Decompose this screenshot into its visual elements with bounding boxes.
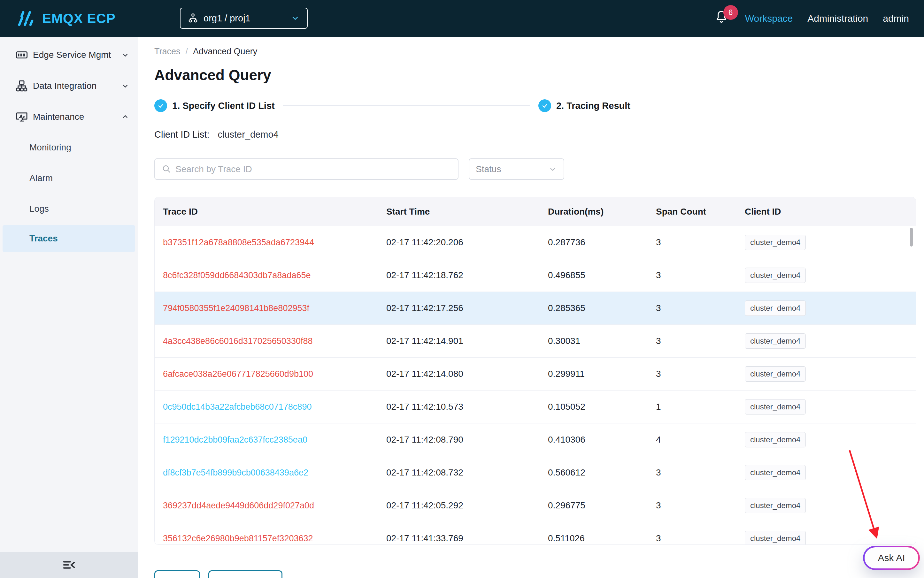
bottom-button-right[interactable]: [208, 570, 283, 578]
client-id-tag: cluster_demo4: [745, 300, 806, 316]
trace-id-cell: 356132c6e26980b9eb81157ef3203632: [155, 533, 378, 544]
sidebar-item-maintenance[interactable]: Maintenance: [0, 101, 138, 132]
chevron-down-icon: [290, 13, 300, 23]
collapse-menu-icon: [62, 558, 76, 572]
page-title: Advanced Query: [155, 67, 271, 84]
status-select[interactable]: Status: [469, 158, 564, 180]
table-body: b37351f12a678a8808e535ada6723944 02-17 1…: [155, 226, 916, 545]
client-id-tag: cluster_demo4: [745, 235, 806, 250]
client-id-tag: cluster_demo4: [745, 366, 806, 382]
chevron-down-icon: [548, 165, 557, 174]
table-row[interactable]: 6afcace038a26e067717825660d9b100 02-17 1…: [155, 357, 916, 390]
sidebar-item-data-integration[interactable]: Data Integration: [0, 70, 138, 101]
start-time-cell: 02-17 11:42:05.292: [378, 500, 540, 511]
span-count-cell: 3: [647, 237, 737, 247]
nav-administration[interactable]: Administration: [807, 13, 868, 24]
top-header: EMQX ECP org1 / proj1: [0, 0, 924, 37]
client-id-cell: cluster_demo4: [737, 465, 916, 480]
trace-id-link[interactable]: 4a3cc438e86c6016d317025650330f88: [163, 336, 312, 346]
sidebar-menu: Edge Service Mgmt Data Integra: [0, 37, 138, 252]
sidebar-item-label: Data Integration: [33, 81, 96, 91]
trace-search-box: [155, 158, 459, 180]
table-row[interactable]: 0c950dc14b3a22afcbeb68c07178c890 02-17 1…: [155, 390, 916, 423]
trace-id-cell: df8cf3b7e54fb899b9cb00638439a6e2: [155, 468, 378, 478]
notification-badge: 6: [723, 5, 738, 20]
span-count-cell: 4: [647, 435, 737, 445]
table-row[interactable]: df8cf3b7e54fb899b9cb00638439a6e2 02-17 1…: [155, 456, 916, 489]
duration-cell: 0.296775: [540, 500, 647, 511]
span-count-cell: 3: [647, 468, 737, 478]
sidebar-item-monitoring[interactable]: Monitoring: [0, 132, 138, 163]
sidebar-item-logs[interactable]: Logs: [0, 193, 138, 224]
ask-ai-label: Ask AI: [865, 547, 918, 568]
trace-id-link[interactable]: 6afcace038a26e067717825660d9b100: [163, 369, 313, 379]
bottom-button-left[interactable]: [155, 570, 200, 578]
table-scrollbar-thumb[interactable]: [910, 228, 913, 247]
table-row[interactable]: 794f0580355f1e24098141b8e802953f 02-17 1…: [155, 292, 916, 325]
client-id-tag: cluster_demo4: [745, 531, 806, 545]
client-id-tag: cluster_demo4: [745, 432, 806, 447]
chevron-up-icon: [120, 112, 130, 122]
table-row[interactable]: 369237dd4aede9449d606dd29f027a0d 02-17 1…: [155, 489, 916, 522]
trace-id-link[interactable]: 8c6fc328f059dd6684303db7a8ada65e: [163, 271, 311, 280]
ask-ai-button[interactable]: Ask AI: [863, 546, 920, 570]
notifications-button[interactable]: 6: [714, 9, 730, 28]
breadcrumb-separator: /: [185, 47, 188, 57]
sidebar-item-edge-service-mgmt[interactable]: Edge Service Mgmt: [0, 39, 138, 70]
start-time-cell: 02-17 11:42:20.206: [378, 237, 540, 247]
column-header-client-id: Client ID: [737, 206, 916, 217]
client-id-cell: cluster_demo4: [737, 300, 916, 316]
span-count-cell: 3: [647, 303, 737, 313]
sidebar-collapse-button[interactable]: [0, 552, 138, 578]
table-row[interactable]: f129210dc2bb09faa2c637fcc2385ea0 02-17 1…: [155, 423, 916, 456]
table-row[interactable]: 356132c6e26980b9eb81157ef3203632 02-17 1…: [155, 522, 916, 545]
table-row[interactable]: 4a3cc438e86c6016d317025650330f88 02-17 1…: [155, 325, 916, 357]
client-id-list-label: Client ID List:: [155, 129, 209, 140]
steps-bar: 1. Specify Client ID List 2. Tracing Res…: [155, 99, 630, 112]
trace-id-link[interactable]: 794f0580355f1e24098141b8e802953f: [163, 304, 309, 313]
span-count-cell: 3: [647, 369, 737, 379]
org-project-selector[interactable]: org1 / proj1: [180, 8, 307, 29]
client-id-cell: cluster_demo4: [737, 333, 916, 349]
search-input[interactable]: [155, 158, 459, 180]
trace-id-cell: b37351f12a678a8808e535ada6723944: [155, 237, 378, 247]
chevron-down-icon: [120, 81, 130, 91]
trace-id-cell: 4a3cc438e86c6016d317025650330f88: [155, 336, 378, 346]
breadcrumb-traces[interactable]: Traces: [155, 47, 181, 57]
step-1-check-icon: [155, 99, 167, 112]
column-header-trace-id: Trace ID: [155, 206, 378, 217]
trace-id-link[interactable]: 0c950dc14b3a22afcbeb68c07178c890: [163, 402, 312, 412]
org-project-value: org1 / proj1: [203, 13, 251, 24]
filter-bar: Status: [155, 158, 564, 180]
trace-id-link[interactable]: 369237dd4aede9449d606dd29f027a0d: [163, 501, 314, 510]
start-time-cell: 02-17 11:42:17.256: [378, 303, 540, 313]
trace-id-cell: 0c950dc14b3a22afcbeb68c07178c890: [155, 402, 378, 412]
trace-id-link[interactable]: f129210dc2bb09faa2c637fcc2385ea0: [163, 435, 307, 445]
span-count-cell: 3: [647, 533, 737, 544]
sidebar-item-traces[interactable]: Traces: [3, 225, 135, 252]
client-id-tag: cluster_demo4: [745, 465, 806, 480]
span-count-cell: 1: [647, 402, 737, 412]
nav-user-admin[interactable]: admin: [883, 13, 909, 24]
duration-cell: 0.496855: [540, 270, 647, 280]
trace-id-link[interactable]: b37351f12a678a8808e535ada6723944: [163, 238, 314, 247]
span-count-cell: 3: [647, 500, 737, 511]
client-id-cell: cluster_demo4: [737, 399, 916, 414]
table-row[interactable]: 8c6fc328f059dd6684303db7a8ada65e 02-17 1…: [155, 259, 916, 292]
brand-logo[interactable]: EMQX ECP: [0, 9, 179, 28]
table-row[interactable]: b37351f12a678a8808e535ada6723944 02-17 1…: [155, 226, 916, 259]
duration-cell: 0.285365: [540, 303, 647, 313]
client-id-tag: cluster_demo4: [745, 399, 806, 414]
sidebar: Edge Service Mgmt Data Integra: [0, 37, 138, 578]
trace-id-cell: 8c6fc328f059dd6684303db7a8ada65e: [155, 270, 378, 280]
step-2-check-icon: [538, 99, 551, 112]
brand-logo-text: EMQX ECP: [42, 11, 116, 26]
main-content: Traces / Advanced Query Advanced Query 1…: [138, 37, 924, 578]
trace-id-link[interactable]: 356132c6e26980b9eb81157ef3203632: [163, 534, 313, 543]
start-time-cell: 02-17 11:42:14.901: [378, 336, 540, 346]
trace-id-link[interactable]: df8cf3b7e54fb899b9cb00638439a6e2: [163, 468, 308, 477]
start-time-cell: 02-17 11:42:18.762: [378, 270, 540, 280]
sidebar-item-alarm[interactable]: Alarm: [0, 163, 138, 193]
start-time-cell: 02-17 11:42:08.790: [378, 435, 540, 445]
nav-workspace[interactable]: Workspace: [745, 13, 793, 24]
